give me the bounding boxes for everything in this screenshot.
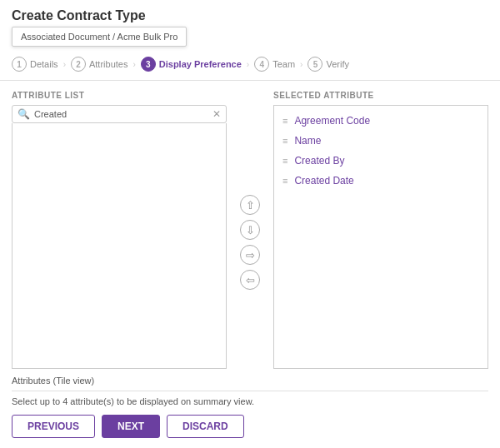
step-verify[interactable]: 5 Verify [308,57,349,72]
right-panel: SELECTED ATTRIBUTE ≡ Agreement Code ≡ Na… [273,91,488,369]
item-created-date: Created Date [294,175,353,187]
step-5-circle: 5 [308,57,322,72]
search-icon: 🔍 [18,108,30,120]
drag-icon-3: ≡ [282,156,288,166]
step-1-label: Details [30,59,58,69]
attribute-list-label: ATTRIBUTE LIST [12,91,227,100]
clear-search-icon[interactable]: ✕ [212,108,221,120]
page-header: Create Contract Type Associated Document… [0,0,500,81]
divider [12,391,488,391]
list-item[interactable]: ≡ Agreement Code [274,111,488,131]
drag-icon-2: ≡ [282,136,288,146]
step-attributes[interactable]: 2 Attributes [71,57,128,72]
step-2-label: Attributes [89,59,128,69]
next-button[interactable]: NEXT [102,415,160,438]
sep-4: › [300,60,302,69]
page-container: Create Contract Type Associated Document… [0,0,500,448]
move-up-button[interactable]: ⇧ [240,195,260,215]
previous-button[interactable]: PREVIOUS [12,415,95,438]
wizard-steps: 1 Details › 2 Attributes › 3 Display Pre… [12,52,488,77]
step-5-label: Verify [326,59,349,69]
item-created-by: Created By [294,155,344,167]
sep-2: › [132,60,135,69]
discard-button[interactable]: DISCARD [167,415,244,438]
step-1-circle: 1 [12,57,27,72]
move-down-button[interactable]: ⇩ [240,220,260,240]
list-item[interactable]: ≡ Created By [274,151,488,171]
move-right-button[interactable]: ⇨ [240,245,260,265]
step-team[interactable]: 4 Team [254,57,295,72]
attribute-list-panel [12,123,227,369]
step-3-label: Display Preference [159,59,242,69]
step-2-circle: 2 [71,57,86,72]
footer-buttons: PREVIOUS NEXT DISCARD [12,415,488,438]
search-input[interactable] [34,109,212,119]
page-title: Create Contract Type [12,8,488,23]
bottom-section: Attributes (Tile view) Select up to 4 at… [12,369,488,438]
item-agreement-code: Agreement Code [294,115,370,127]
item-name: Name [294,135,321,147]
drag-icon-1: ≡ [282,116,288,126]
selected-attribute-label: SELECTED ATTRIBUTE [273,91,488,100]
sep-1: › [63,60,66,69]
step-3-circle: 3 [141,57,156,72]
sep-3: › [247,60,249,69]
step-display-preference[interactable]: 3 Display Preference [141,57,242,72]
breadcrumb-tooltip: Associated Document / Acme Bulk Pro [12,27,187,52]
view-label: Attributes (Tile view) [12,376,488,386]
list-item[interactable]: ≡ Name [274,131,488,151]
main-content: ATTRIBUTE LIST 🔍 ✕ ⇧ ⇩ ⇨ ⇦ SELECTED ATTR… [0,81,500,448]
move-left-button[interactable]: ⇦ [240,270,260,290]
middle-arrows: ⇧ ⇩ ⇨ ⇦ [235,91,265,369]
selected-attribute-list: ≡ Agreement Code ≡ Name ≡ Created By ≡ C… [273,105,488,369]
panels-row: ATTRIBUTE LIST 🔍 ✕ ⇧ ⇩ ⇨ ⇦ SELECTED ATTR… [12,91,488,369]
step-details[interactable]: 1 Details [12,57,58,72]
breadcrumb-text: Associated Document / Acme Bulk Pro [21,32,178,42]
list-item[interactable]: ≡ Created Date [274,171,488,191]
drag-icon-4: ≡ [282,176,288,186]
step-4-circle: 4 [254,57,269,72]
left-panel: ATTRIBUTE LIST 🔍 ✕ [12,91,227,369]
search-box: 🔍 ✕ [12,105,227,123]
hint-text: Select up to 4 attribute(s) to be displa… [12,396,488,406]
breadcrumb-box: Associated Document / Acme Bulk Pro [12,27,187,47]
step-4-label: Team [272,59,295,69]
